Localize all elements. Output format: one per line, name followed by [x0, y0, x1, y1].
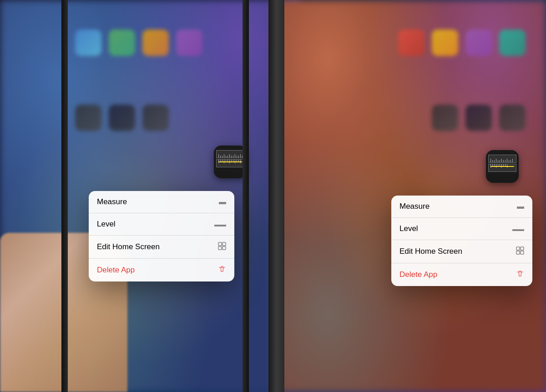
menu-item-measure-left[interactable]: Measure ▬ — [89, 191, 234, 213]
level-icon-left: ▬▬ — [214, 221, 226, 228]
svg-rect-3 — [222, 246, 226, 250]
svg-rect-1 — [222, 242, 226, 246]
menu-item-level-right[interactable]: Level ▬▬ — [391, 218, 532, 240]
svg-rect-4 — [516, 247, 520, 250]
measure-icon-right: ▬ — [517, 202, 524, 211]
context-menu-right: Measure ▬ Level ▬▬ Edit Home Screen Dele… — [391, 196, 532, 286]
menu-item-delete-label-left: Delete App — [97, 266, 135, 275]
delete-icon-left — [218, 265, 226, 275]
menu-item-measure-right[interactable]: Measure ▬ — [391, 196, 532, 218]
svg-rect-5 — [521, 247, 524, 250]
ruler-bottom-left — [216, 159, 244, 167]
menu-item-delete-right[interactable]: Delete App — [391, 263, 532, 286]
menu-item-edit-home-label-right: Edit Home Screen — [399, 247, 462, 256]
menu-item-level-left[interactable]: Level ▬▬ — [89, 213, 234, 236]
svg-rect-6 — [516, 251, 520, 254]
left-phone-right-bezel — [243, 0, 249, 392]
bg-icons-mid-left — [75, 105, 169, 131]
ruler-top-left — [216, 150, 244, 158]
svg-rect-2 — [218, 246, 222, 250]
menu-item-edit-home-label-left: Edit Home Screen — [97, 242, 160, 251]
left-phone-left-bezel — [61, 0, 68, 392]
delete-icon-right — [516, 270, 524, 280]
bg-icons-top-left — [75, 30, 202, 56]
measure-app-icon-left[interactable] — [214, 146, 247, 178]
bg-icons-mid-right — [432, 105, 526, 131]
ruler-bottom-right — [488, 164, 516, 172]
ruler-visual-left — [216, 150, 244, 174]
menu-item-measure-label-right: Measure — [399, 202, 430, 211]
svg-rect-0 — [218, 242, 222, 246]
edit-home-icon-right — [516, 246, 524, 256]
menu-item-delete-left[interactable]: Delete App — [89, 259, 234, 281]
level-icon-right: ▬▬ — [512, 226, 524, 232]
context-menu-left: Measure ▬ Level ▬▬ Edit Home Screen Dele… — [89, 191, 234, 281]
menu-item-measure-label-left: Measure — [97, 197, 127, 206]
measure-app-icon-right[interactable] — [486, 150, 519, 183]
menu-item-level-label-right: Level — [399, 224, 418, 233]
edit-home-icon-left — [218, 242, 226, 252]
measure-icon-left: ▬ — [219, 198, 226, 206]
menu-item-delete-label-right: Delete App — [399, 270, 437, 279]
ruler-visual-right — [488, 155, 516, 178]
menu-item-edit-home-right[interactable]: Edit Home Screen — [391, 240, 532, 263]
svg-rect-7 — [521, 251, 524, 254]
bg-icons-top-right — [398, 30, 526, 56]
menu-item-level-label-left: Level — [97, 220, 116, 229]
phone-divider — [268, 0, 284, 392]
menu-item-edit-home-left[interactable]: Edit Home Screen — [89, 236, 234, 259]
ruler-top-right — [488, 155, 516, 163]
